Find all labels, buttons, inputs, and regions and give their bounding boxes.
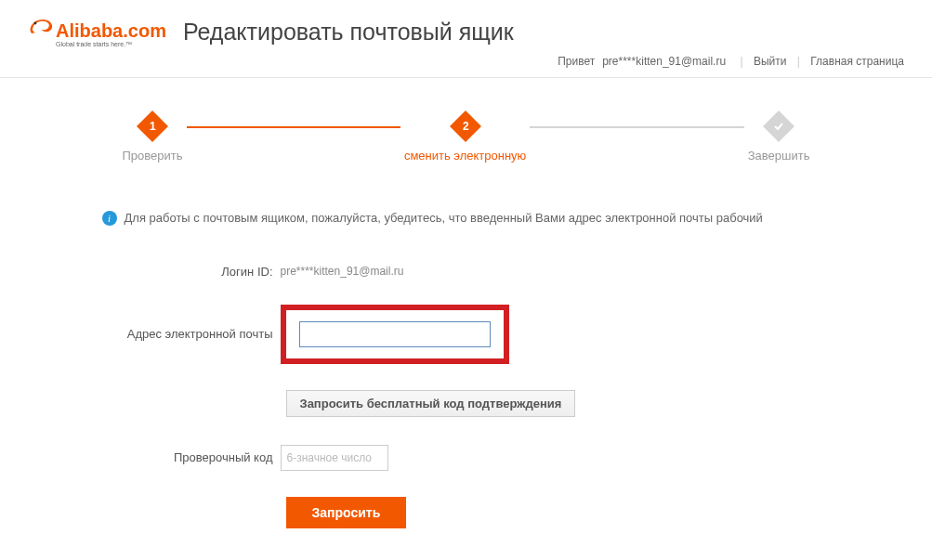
request-code-button[interactable]: Запросить бесплатный код подтверждения [286,390,576,417]
verify-label: Проверочный код [95,450,281,464]
step-diamond-1: 1 [137,111,168,142]
row-verify-code: Проверочный код [95,445,838,471]
email-input[interactable] [299,321,491,347]
home-link[interactable]: Главная страница [810,55,904,68]
step-complete: Завершить [748,115,810,163]
step-change-email: 2 сменить электронную [404,115,526,163]
divider: | [732,55,750,68]
user-email: pre****kitten_91@mail.ru [598,55,729,68]
check-icon [773,121,784,132]
step-label-2: сменить электронную [404,149,526,163]
row-request-code: Запросить бесплатный код подтверждения [286,390,838,417]
divider: | [790,55,807,68]
logo-main: Alibaba.com [56,21,166,40]
info-icon: i [102,211,117,226]
info-message: i Для работы с почтовым ящиком, пожалуйс… [95,209,838,265]
row-email: Адрес электронной почты [95,305,838,364]
svg-point-0 [34,22,37,25]
alibaba-logo-icon [28,17,54,37]
step-verify: 1 Проверить [123,115,183,163]
login-id-value: pre****kitten_91@mail.ru [281,265,404,278]
step-line-1 [187,126,400,128]
step-line-2 [530,126,743,128]
step-label-1: Проверить [123,149,183,163]
greeting-prefix: Привет [554,55,598,68]
email-highlight-box [281,305,509,364]
logout-link[interactable]: Выйти [754,55,787,68]
page-title: Редактировать почтовый ящик [183,19,514,46]
step-diamond-2: 2 [450,111,481,142]
info-text: Для работы с почтовым ящиком, пожалуйста… [125,209,763,228]
logo-sub: Global trade starts here.™ [56,41,166,47]
row-submit: Запросить [286,497,838,528]
header: Alibaba.com Global trade starts here.™ Р… [0,0,932,47]
submit-button[interactable]: Запросить [286,497,407,528]
login-id-label: Логин ID: [95,265,281,279]
email-label: Адрес электронной почты [95,327,281,341]
steps-bar: 1 Проверить 2 сменить электронную Заверш… [95,115,838,163]
topbar: Приветpre****kitten_91@mail.ru | Выйти |… [0,47,932,78]
verify-code-input[interactable] [281,445,388,471]
content: 1 Проверить 2 сменить электронную Заверш… [95,78,838,560]
row-login-id: Логин ID: pre****kitten_91@mail.ru [95,265,838,279]
step-diamond-3 [763,111,794,142]
step-label-3: Завершить [748,149,810,163]
alibaba-logo[interactable]: Alibaba.com Global trade starts here.™ [28,17,166,47]
logo-text: Alibaba.com Global trade starts here.™ [56,21,166,47]
